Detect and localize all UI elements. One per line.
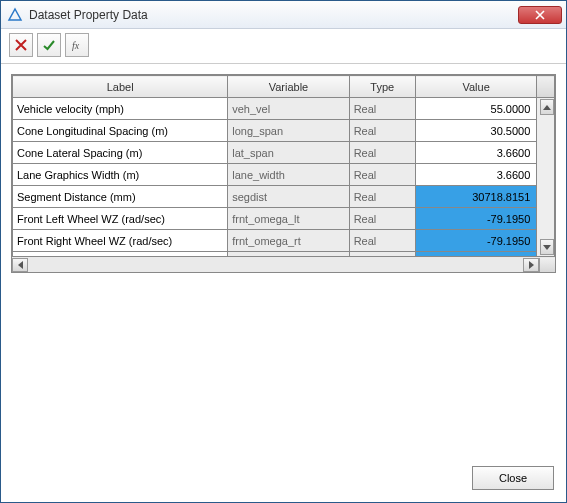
scroll-up-arrow[interactable] — [540, 99, 554, 115]
cell-type: Real — [349, 120, 415, 142]
cell-variable: veh_vel — [228, 98, 349, 120]
scroll-left-arrow[interactable] — [12, 258, 28, 272]
column-header-variable[interactable]: Variable — [228, 76, 349, 98]
scroll-down-arrow[interactable] — [540, 239, 554, 255]
window-title: Dataset Property Data — [29, 8, 518, 22]
accept-button[interactable] — [37, 33, 61, 57]
row-scroll-spacer — [537, 208, 555, 230]
cell-type: Real — [349, 186, 415, 208]
row-scroll-spacer — [537, 186, 555, 208]
cell-type: Real — [349, 142, 415, 164]
cell-variable: lane_width — [228, 164, 349, 186]
cell-label[interactable]: Lane Graphics Width (m) — [13, 164, 228, 186]
scroll-right-arrow[interactable] — [523, 258, 539, 272]
cell-label[interactable]: Front Right Wheel WZ (rad/sec) — [13, 230, 228, 252]
cell-value[interactable]: -79.1950 — [415, 230, 536, 252]
table-row: Vehicle velocity (mph)veh_velReal55.0000 — [13, 98, 555, 120]
cell-label[interactable]: Front Left Wheel WZ (rad/sec) — [13, 208, 228, 230]
svg-text:fx: fx — [72, 40, 80, 51]
cell-value[interactable]: -79.1950 — [415, 252, 536, 257]
dialog-footer: Close — [1, 454, 566, 502]
cell-variable: frnt_omega_lt — [228, 208, 349, 230]
table-row: Cone Longitudinal Spacing (m)long_spanRe… — [13, 120, 555, 142]
cell-label[interactable]: Cone Longitudinal Spacing (m) — [13, 120, 228, 142]
content-area: Label Variable Type Value Vehicle veloci… — [1, 64, 566, 454]
cell-value[interactable]: 30.5000 — [415, 120, 536, 142]
cell-type: Real — [349, 98, 415, 120]
row-scroll-spacer — [537, 164, 555, 186]
table-row: Lane Graphics Width (m)lane_widthReal3.6… — [13, 164, 555, 186]
cell-value[interactable]: 3.6600 — [415, 142, 536, 164]
table-row: Rear Wheel WZ (rad/sec)rear_omega_ltReal… — [13, 252, 555, 257]
property-table-container: Label Variable Type Value Vehicle veloci… — [11, 74, 556, 257]
fx-button[interactable]: fx — [65, 33, 89, 57]
table-row: Front Right Wheel WZ (rad/sec)frnt_omega… — [13, 230, 555, 252]
cell-label[interactable]: Cone Lateral Spacing (m) — [13, 142, 228, 164]
table-row: Segment Distance (mm)segdistReal30718.81… — [13, 186, 555, 208]
column-header-label[interactable]: Label — [13, 76, 228, 98]
horizontal-scrollbar[interactable] — [11, 257, 556, 273]
cell-variable: frnt_omega_rt — [228, 230, 349, 252]
header-scroll-spacer — [537, 76, 555, 98]
dialog-window: Dataset Property Data fx — [0, 0, 567, 503]
cell-variable: rear_omega_lt — [228, 252, 349, 257]
cell-type: Real — [349, 230, 415, 252]
cell-label[interactable]: Vehicle velocity (mph) — [13, 98, 228, 120]
row-scroll-spacer — [537, 142, 555, 164]
table-row: Front Left Wheel WZ (rad/sec)frnt_omega_… — [13, 208, 555, 230]
cell-label[interactable]: Rear Wheel WZ (rad/sec) — [13, 252, 228, 257]
titlebar[interactable]: Dataset Property Data — [1, 1, 566, 29]
cell-label[interactable]: Segment Distance (mm) — [13, 186, 228, 208]
property-table: Label Variable Type Value Vehicle veloci… — [12, 75, 555, 256]
cell-type: Real — [349, 252, 415, 257]
row-scroll-spacer — [537, 120, 555, 142]
scroll-corner — [539, 258, 555, 272]
cell-value[interactable]: 55.0000 — [415, 98, 536, 120]
cell-variable: segdist — [228, 186, 349, 208]
cancel-button[interactable] — [9, 33, 33, 57]
window-close-button[interactable] — [518, 6, 562, 24]
cell-value[interactable]: 3.6600 — [415, 164, 536, 186]
toolbar: fx — [1, 29, 566, 64]
cell-value[interactable]: 30718.8151 — [415, 186, 536, 208]
cell-type: Real — [349, 164, 415, 186]
cell-value[interactable]: -79.1950 — [415, 208, 536, 230]
cell-variable: lat_span — [228, 142, 349, 164]
cell-type: Real — [349, 208, 415, 230]
column-header-value[interactable]: Value — [415, 76, 536, 98]
cell-variable: long_span — [228, 120, 349, 142]
app-icon — [7, 7, 23, 23]
column-header-type[interactable]: Type — [349, 76, 415, 98]
table-row: Cone Lateral Spacing (m)lat_spanReal3.66… — [13, 142, 555, 164]
close-button[interactable]: Close — [472, 466, 554, 490]
